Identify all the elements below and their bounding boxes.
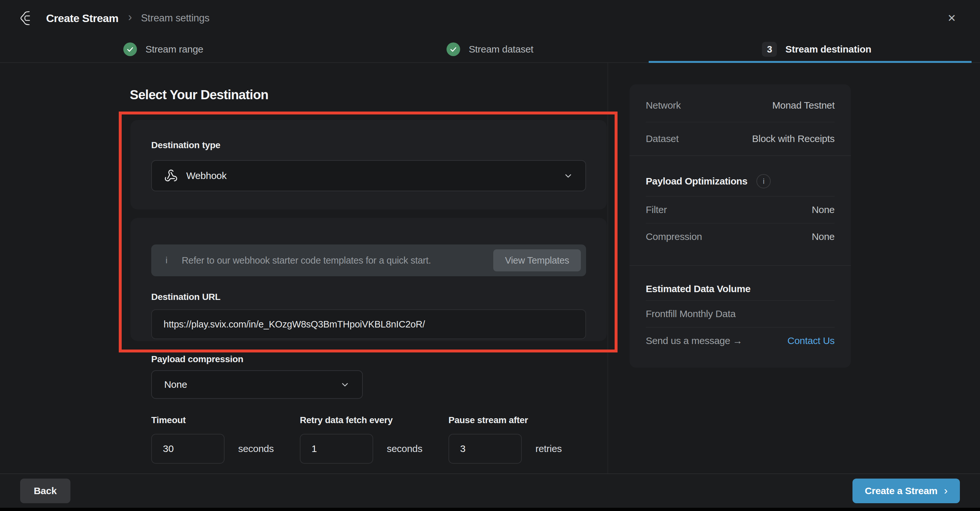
filter-value: None <box>811 204 835 215</box>
webhook-config-card: i Refer to our webhook starter code temp… <box>130 218 607 341</box>
summary-row-filter: Filter None <box>630 197 851 223</box>
step-stream-dataset[interactable]: Stream dataset <box>327 36 654 62</box>
create-stream-modal: Create Stream › Stream settings ✕ Stream… <box>0 0 980 511</box>
step-stream-destination[interactable]: 3 Stream destination <box>653 36 980 62</box>
retry-label: Retry data fetch every <box>300 415 436 425</box>
section-heading: Select Your Destination <box>130 87 268 102</box>
destination-type-label: Destination type <box>151 140 586 151</box>
check-icon <box>123 43 137 56</box>
payload-compression-value: None <box>164 379 187 390</box>
destination-type-dropdown[interactable]: Webhook <box>151 160 586 191</box>
destination-url-label: Destination URL <box>151 292 586 302</box>
payload-compression-dropdown[interactable]: None <box>151 370 363 399</box>
summary-row-dataset: Dataset Block with Receipts <box>630 122 851 155</box>
step-bar: Stream range Stream dataset 3 Stream des… <box>0 36 980 63</box>
pause-input[interactable] <box>449 434 522 463</box>
close-icon[interactable]: ✕ <box>943 9 961 27</box>
step-label: Stream destination <box>785 44 871 55</box>
step-number-badge: 3 <box>762 42 777 57</box>
step-stream-range[interactable]: Stream range <box>0 36 327 62</box>
chevron-down-icon <box>340 380 350 389</box>
pause-label: Pause stream after <box>449 415 578 425</box>
payload-compression-label: Payload compression <box>151 354 243 365</box>
info-icon[interactable]: i <box>756 174 771 188</box>
timeout-field: Timeout seconds <box>151 415 288 463</box>
back-button[interactable]: Back <box>20 479 70 503</box>
pause-field: Pause stream after retries <box>449 415 578 463</box>
create-stream-label: Create a Stream <box>865 486 937 497</box>
network-label: Network <box>646 100 681 111</box>
network-value: Monad Testnet <box>772 100 835 111</box>
summary-row-contact: Send us a message → Contact Us <box>630 327 851 354</box>
retry-field: Retry data fetch every seconds <box>300 415 436 463</box>
breadcrumb-chevron-icon: › <box>128 10 132 24</box>
info-icon: i <box>165 255 167 265</box>
summary-row-compression: Compression None <box>630 224 851 250</box>
breadcrumb: Stream settings <box>141 12 209 24</box>
bottom-strip <box>0 508 980 511</box>
dataset-label: Dataset <box>646 133 679 144</box>
dataset-value: Block with Receipts <box>752 133 835 144</box>
header: Create Stream › Stream settings ✕ <box>0 0 980 36</box>
page-title: Create Stream <box>46 12 118 25</box>
step-label: Stream range <box>145 44 203 55</box>
compression-label: Compression <box>646 231 702 242</box>
timeout-label: Timeout <box>151 415 288 425</box>
contact-us-link[interactable]: Contact Us <box>788 335 835 346</box>
footer-bar: Back Create a Stream › <box>0 473 980 508</box>
chevron-right-icon: › <box>944 484 948 497</box>
create-stream-button[interactable]: Create a Stream › <box>853 479 960 503</box>
step-label: Stream dataset <box>469 44 533 55</box>
compression-value: None <box>811 231 835 242</box>
stream-logo-icon <box>19 10 34 26</box>
summary-row-frontfill: Frontfill Monthly Data <box>630 301 851 327</box>
summary-panel: Network Monad Testnet Dataset Block with… <box>630 84 851 368</box>
filter-label: Filter <box>646 204 667 215</box>
retry-unit: seconds <box>387 443 423 454</box>
timeout-unit: seconds <box>238 443 274 454</box>
volume-title: Estimated Data Volume <box>646 283 751 294</box>
chevron-down-icon <box>563 171 573 181</box>
timeout-input[interactable] <box>151 434 224 463</box>
check-icon <box>447 43 460 56</box>
stream-settings-fields: Timeout seconds Retry data fetch every s… <box>151 415 578 463</box>
optimizations-title: Payload Optimizations <box>646 176 747 187</box>
webhook-icon <box>164 169 178 182</box>
view-templates-button[interactable]: View Templates <box>493 249 581 271</box>
destination-type-value: Webhook <box>186 170 226 181</box>
pause-unit: retries <box>535 443 562 454</box>
summary-volume-header: Estimated Data Volume <box>630 266 851 300</box>
destination-type-card: Destination type Webhook <box>130 120 607 209</box>
summary-optimizations-header: Payload Optimizations i <box>630 156 851 196</box>
templates-banner: i Refer to our webhook starter code temp… <box>151 244 586 276</box>
banner-message: Refer to our webhook starter code templa… <box>182 255 431 266</box>
frontfill-label: Frontfill Monthly Data <box>646 308 736 319</box>
retry-input[interactable] <box>300 434 373 463</box>
contact-message-label: Send us a message → <box>646 335 743 346</box>
summary-row-network: Network Monad Testnet <box>630 84 851 122</box>
destination-url-input[interactable] <box>151 309 586 339</box>
content-divider <box>608 63 608 473</box>
